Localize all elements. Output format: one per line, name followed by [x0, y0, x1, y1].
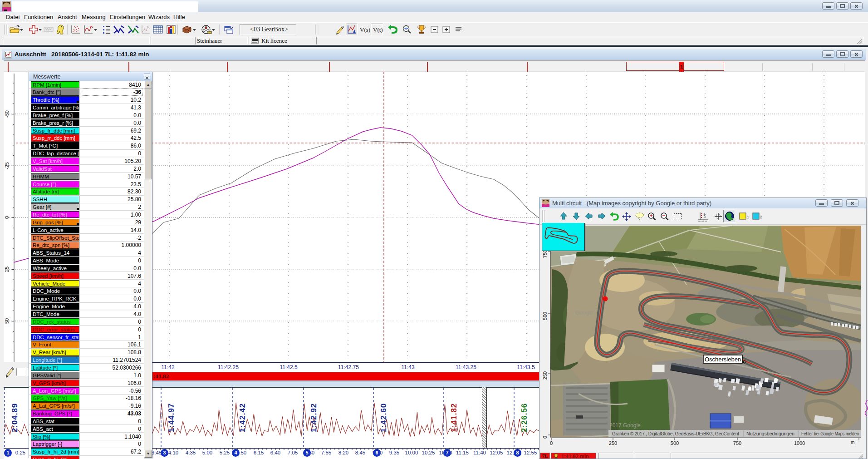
- svg-text:LAP: LAP: [703, 213, 706, 218]
- svg-text:Google: Google: [575, 310, 593, 316]
- svg-text:2017 Google: 2017 Google: [609, 422, 641, 429]
- svg-text:Oschersleben: Oschersleben: [705, 356, 741, 363]
- svg-text:Grafiken © 2017 , DigitalGlobe: Grafiken © 2017 , DigitalGlobe, GeoBasis…: [612, 431, 739, 436]
- svg-text:Nutzungsbedingungen: Nutzungsbedingungen: [746, 431, 794, 436]
- svg-text:1: 1: [747, 215, 749, 219]
- svg-text:Fehler bei Google Maps melden: Fehler bei Google Maps melden: [801, 431, 859, 436]
- svg-text:2: 2: [760, 215, 762, 219]
